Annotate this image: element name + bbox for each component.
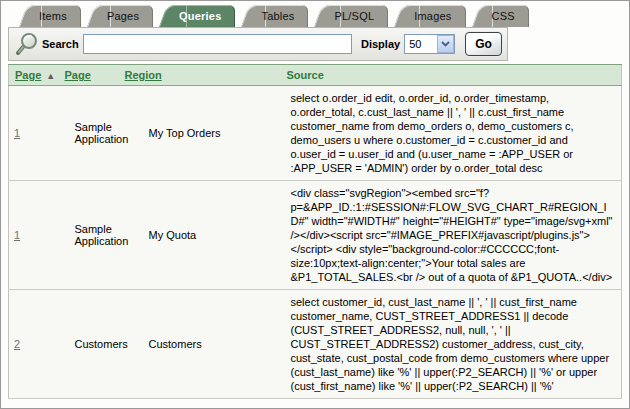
region-cell: Customers	[119, 290, 281, 399]
display-select[interactable]: 50	[404, 34, 455, 54]
table-row: 1 Sample Application My Quota <div class…	[9, 181, 622, 290]
page-name-cell: Sample Application	[59, 181, 119, 290]
display-label: Display	[361, 38, 400, 50]
tab-label: Items	[39, 10, 67, 22]
region-cell: My Top Orders	[119, 86, 281, 181]
column-header-source: Source	[281, 65, 622, 86]
sort-link-page-number[interactable]: Page	[15, 69, 41, 81]
sort-link-page[interactable]: Page	[65, 69, 91, 81]
page-link[interactable]: 1	[14, 127, 20, 139]
source-cell: select customer_id, cust_last_name || ',…	[281, 290, 622, 399]
tab-label: Queries	[179, 10, 221, 22]
tab-plsql[interactable]: PL/SQL	[314, 5, 388, 27]
display-select-value: 50	[405, 38, 437, 50]
header-row: Page▲ Page Region Source	[9, 65, 622, 86]
source-cell: <div class="svgRegion"><embed src="f?p=&…	[281, 181, 622, 290]
tab-queries[interactable]: Queries	[159, 5, 235, 27]
tab-bar: Items Pages Queries Tables PL/SQL Images…	[1, 1, 629, 27]
tab-css[interactable]: CSS	[472, 5, 529, 27]
tab-label: CSS	[492, 10, 515, 22]
search-region: Search Display 50 Go	[8, 27, 508, 61]
tab-tables[interactable]: Tables	[241, 5, 308, 27]
tab-pages[interactable]: Pages	[87, 5, 153, 27]
queries-report: Page▲ Page Region Source 1 Sample Applic…	[8, 64, 622, 399]
column-header-page-number: Page▲	[9, 65, 59, 86]
table-row: 2 Customers Customers select customer_id…	[9, 290, 622, 399]
page-number-cell: 1	[9, 86, 59, 181]
report-table: Page▲ Page Region Source 1 Sample Applic…	[8, 64, 622, 399]
tab-label: Tables	[261, 10, 294, 22]
table-row: 1 Sample Application My Top Orders selec…	[9, 86, 622, 181]
page-name-cell: Sample Application	[59, 86, 119, 181]
tab-label: Images	[414, 10, 451, 22]
tab-items[interactable]: Items	[19, 5, 81, 27]
column-header-page: Page	[59, 65, 119, 86]
page-name-cell: Customers	[59, 290, 119, 399]
search-input[interactable]	[83, 34, 352, 54]
sort-asc-icon: ▲	[46, 71, 55, 81]
chevron-down-icon[interactable]	[437, 35, 454, 53]
sort-link-region[interactable]: Region	[125, 69, 162, 81]
tab-label: Pages	[107, 10, 139, 22]
region-cell: My Quota	[119, 181, 281, 290]
search-icon	[14, 31, 40, 57]
page-number-cell: 1	[9, 181, 59, 290]
source-cell: select o.order_id edit, o.order_id, o.or…	[281, 86, 622, 181]
column-header-region: Region	[119, 65, 281, 86]
tab-images[interactable]: Images	[394, 5, 465, 27]
search-label: Search	[42, 38, 79, 50]
page-number-cell: 2	[9, 290, 59, 399]
page-link[interactable]: 2	[14, 338, 20, 350]
tab-label: PL/SQL	[334, 10, 374, 22]
go-button[interactable]: Go	[465, 32, 502, 56]
page-link[interactable]: 1	[14, 229, 20, 241]
